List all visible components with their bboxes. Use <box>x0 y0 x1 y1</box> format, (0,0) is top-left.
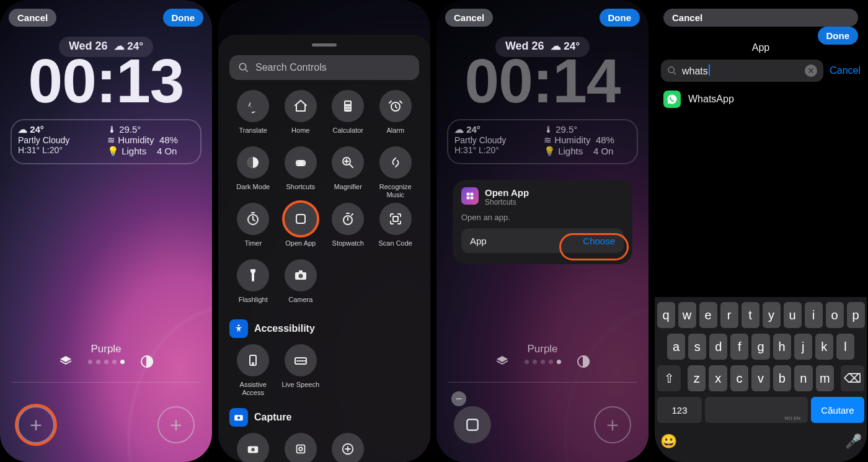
lock-time[interactable]: 00:13 <box>0 50 212 112</box>
search-result[interactable]: WhatsApp <box>663 91 858 108</box>
key-t[interactable]: t <box>742 302 760 328</box>
done-button[interactable]: Done <box>163 9 204 27</box>
svg-point-6 <box>349 106 350 107</box>
date-weather-pill[interactable]: Wed 26 ☁ 24° <box>59 37 153 57</box>
capture-grid-partial <box>229 433 419 462</box>
add-left-control-button[interactable]: + <box>17 406 55 443</box>
camera-icon <box>285 259 317 291</box>
widgets-area: ☁ 24° Partly Cloudy H:31° L:20° 🌡 29.5° … <box>447 119 638 164</box>
key-h[interactable]: h <box>773 334 791 360</box>
key-a[interactable]: a <box>667 334 685 360</box>
control-shazam[interactable]: Recognize Music <box>372 146 420 199</box>
search-controls-field[interactable]: Search Controls <box>229 55 419 80</box>
add-right-control-button[interactable]: + <box>594 406 631 443</box>
date-label: Wed 26 <box>69 40 108 53</box>
key-e[interactable]: e <box>699 302 717 328</box>
space-key[interactable]: RO EN <box>705 397 808 423</box>
control-translate[interactable]: Translate <box>229 90 277 143</box>
dialog-title: Open App <box>485 187 529 198</box>
key-m[interactable]: m <box>816 365 834 391</box>
control-camera[interactable]: Camera <box>277 259 325 312</box>
mic-key[interactable]: 🎤 <box>842 429 864 455</box>
control-scan[interactable]: Scan Code <box>372 203 420 255</box>
add-right-control-button[interactable]: + <box>157 406 195 443</box>
clear-icon[interactable]: ✕ <box>805 64 817 77</box>
timer-icon <box>237 203 269 235</box>
key-s[interactable]: s <box>688 334 706 360</box>
key-w[interactable]: w <box>678 302 696 328</box>
key-u[interactable]: u <box>784 302 802 328</box>
done-button[interactable]: Done <box>600 9 640 27</box>
key-q[interactable]: q <box>657 302 675 328</box>
control-shortcuts[interactable]: Shortcuts <box>277 146 325 199</box>
key-b[interactable]: b <box>773 365 791 391</box>
control-label: Camera <box>288 296 312 312</box>
control-timer[interactable]: Timer <box>229 203 277 255</box>
divider <box>448 382 637 383</box>
dialog-subtitle: Shortcuts <box>485 198 529 207</box>
key-v[interactable]: v <box>751 365 769 391</box>
control-calc[interactable]: Calculator <box>324 90 372 143</box>
scan-icon <box>379 203 412 235</box>
key-f[interactable]: f <box>730 334 748 360</box>
remove-control-button[interactable]: − <box>451 391 466 406</box>
key-l[interactable]: l <box>836 334 854 360</box>
control-item[interactable] <box>229 433 277 462</box>
plus-icon: + <box>30 413 42 437</box>
topbar: Cancel Done <box>9 9 203 27</box>
key-i[interactable]: i <box>805 302 823 328</box>
widgets-area[interactable]: ☁ 24° Partly Cloudy H:31° L:20° 🌡 29.5° … <box>11 119 202 164</box>
key-r[interactable]: r <box>720 302 738 328</box>
capture-icon <box>229 408 248 427</box>
search-key[interactable]: Căutare <box>811 397 864 423</box>
key-y[interactable]: y <box>763 302 781 328</box>
appearance-icon[interactable] <box>138 353 156 370</box>
sheet-grabber[interactable] <box>312 43 337 47</box>
backspace-key[interactable]: ⌫ <box>841 365 864 391</box>
control-label: Magnifier <box>334 183 362 199</box>
key-x[interactable]: x <box>709 365 727 391</box>
control-label: Timer <box>244 239 262 255</box>
cancel-button[interactable]: Cancel <box>663 9 858 27</box>
key-k[interactable]: k <box>815 334 833 360</box>
control-openapp[interactable]: Open App <box>277 203 325 255</box>
control-item[interactable] <box>277 433 325 462</box>
control-stopwatch[interactable]: Stopwatch <box>324 203 372 255</box>
layers-icon[interactable] <box>57 353 74 370</box>
control-livespeech[interactable]: Live Speech <box>277 344 325 397</box>
cancel-button[interactable]: Cancel <box>9 9 56 27</box>
style-pager <box>436 353 649 370</box>
search-cancel-button[interactable]: Cancel <box>830 65 861 76</box>
control-assistive[interactable]: Assistive Access <box>229 344 277 397</box>
key-z[interactable]: z <box>688 365 706 391</box>
control-flashlight[interactable]: Flashlight <box>229 259 277 312</box>
cancel-button[interactable]: Cancel <box>445 9 493 27</box>
key-n[interactable]: n <box>794 365 812 391</box>
control-magnifier[interactable]: Magnifier <box>324 146 372 199</box>
shift-key[interactable]: ⇧ <box>657 365 681 391</box>
control-darkmode[interactable]: Dark Mode <box>229 146 277 199</box>
widget-hilo: H:31° L:20° <box>18 145 105 155</box>
emoji-key[interactable]: 😀 <box>657 429 680 455</box>
divider <box>11 382 201 383</box>
search-input-value: whats <box>682 64 710 77</box>
panel-4-app-search: Cancel Done App whats ✕ Cancel WhatsApp … <box>655 0 867 462</box>
key-g[interactable]: g <box>751 334 769 360</box>
key-j[interactable]: j <box>794 334 812 360</box>
control-item[interactable] <box>324 433 372 462</box>
key-p[interactable]: p <box>847 302 865 328</box>
search-field[interactable]: whats ✕ <box>661 60 823 82</box>
key-o[interactable]: o <box>826 302 844 328</box>
key-c[interactable]: c <box>730 365 748 391</box>
key-d[interactable]: d <box>709 334 727 360</box>
numbers-key[interactable]: 123 <box>657 397 702 423</box>
control-home[interactable]: Home <box>277 90 325 143</box>
widget-extra-temp: 🌡 29.5° <box>107 124 194 135</box>
page-dots[interactable] <box>88 360 125 364</box>
placed-open-app-control[interactable] <box>454 406 491 443</box>
magnifier-icon <box>332 146 364 179</box>
control-label: Flashlight <box>239 296 268 312</box>
control-label: Home <box>291 127 309 143</box>
control-alarm[interactable]: Alarm <box>372 90 420 143</box>
widget-humidity: ≋ Humidity 48% <box>107 135 194 146</box>
